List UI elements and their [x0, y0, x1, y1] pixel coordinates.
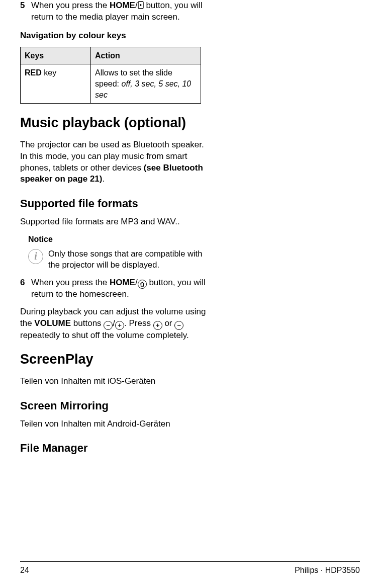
table-header-row: Keys Action: [21, 47, 201, 64]
supported-formats-paragraph: Supported file formats are MP3 and WAV..: [20, 216, 211, 228]
music-playback-heading: Music playback (optional): [20, 114, 211, 132]
volume-label: VOLUME: [34, 318, 71, 328]
minus-icon: −: [104, 321, 113, 330]
step-5: 5 When you press the HOME/ button, you w…: [20, 0, 211, 23]
step-6: 6 When you press the HOME/ button, you w…: [20, 277, 211, 300]
notice-body: i Only those songs that are compatible w…: [28, 248, 211, 271]
key-name: RED: [25, 68, 42, 77]
screenplay-paragraph: Teilen von Inhalten mit iOS-Geräten: [20, 376, 211, 387]
text: repeatedly to shut off the volume comple…: [20, 330, 189, 340]
text: When you press the: [31, 278, 110, 287]
file-manager-heading: File Manager: [20, 441, 211, 456]
th-action: Action: [91, 47, 201, 64]
td-key: RED key: [21, 64, 91, 104]
th-keys: Keys: [21, 47, 91, 64]
page-number: 24: [20, 565, 29, 576]
notice-label: Notice: [28, 234, 211, 245]
step-text: When you press the HOME/ button, you wil…: [31, 277, 211, 300]
plus-icon: +: [115, 321, 124, 330]
plus-icon: +: [153, 321, 162, 330]
notice-block: Notice i Only those songs that are compa…: [28, 234, 211, 270]
step-number: 5: [20, 0, 31, 23]
supported-formats-heading: Supported file formats: [20, 196, 211, 211]
step-text: When you press the HOME/ button, you wil…: [31, 0, 211, 23]
slash: /: [135, 278, 138, 287]
home-label: HOME: [110, 1, 135, 10]
text: or: [162, 318, 175, 328]
document-column: 5 When you press the HOME/ button, you w…: [20, 0, 211, 456]
td-action: Allows to set the slide speed: off, 3 se…: [91, 64, 201, 104]
page-footer: 24 Philips · HDP3550: [20, 561, 360, 576]
home-label: HOME: [110, 278, 135, 287]
screenplay-heading: ScreenPlay: [20, 350, 211, 368]
notice-text: Only those songs that are compatible wit…: [48, 248, 211, 271]
text: . Press: [124, 318, 153, 328]
step-number: 6: [20, 277, 31, 300]
minus-icon: −: [174, 321, 183, 330]
playback-volume-paragraph: During playback you can adjust the volum…: [20, 306, 211, 341]
product-label: Philips · HDP3550: [295, 565, 360, 576]
home-circle-icon: [138, 280, 147, 289]
text: .: [102, 174, 105, 184]
text: buttons: [71, 318, 104, 328]
screen-mirroring-heading: Screen Mirroring: [20, 398, 211, 413]
table-row: RED key Allows to set the slide speed: o…: [21, 64, 201, 104]
screen-mirroring-paragraph: Teilen von Inhalten mit Android-Geräten: [20, 418, 211, 430]
key-suffix: key: [42, 68, 56, 77]
exit-icon: [138, 0, 144, 12]
text: When you press the: [31, 1, 110, 10]
info-icon: i: [28, 249, 43, 264]
music-playback-paragraph: The projector can be used as Bluetooth s…: [20, 139, 211, 186]
colour-keys-table: Keys Action RED key Allows to set the sl…: [20, 47, 201, 104]
nav-colour-keys-heading: Navigation by colour keys: [20, 30, 211, 42]
